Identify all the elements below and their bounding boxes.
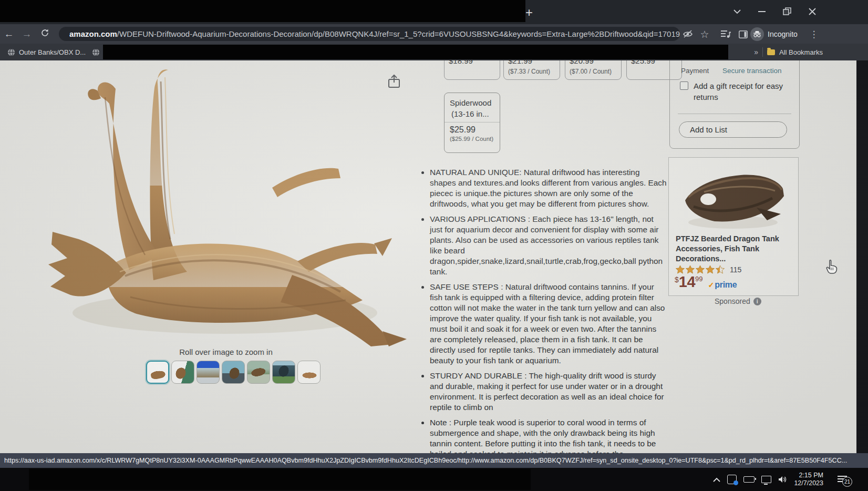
variant-option-1[interactable]: $18.99 — [444, 60, 500, 80]
gift-receipt-checkbox[interactable] — [680, 81, 688, 90]
variant-unit-price: ($7.33 / Count) — [508, 67, 555, 76]
variant-option-selected[interactable]: Spiderwood (13-16 in... $25.99 ($25.99 /… — [444, 93, 500, 153]
bullet-item: NATURAL AND UNIQUE: Natural driftwood ha… — [430, 167, 667, 209]
teams-icon[interactable] — [727, 475, 737, 484]
redacted-tab-area — [0, 0, 525, 22]
variant-option-2[interactable]: $21.99 ($7.33 / Count) — [503, 60, 560, 80]
status-bar: https://aax-us-iad.amazon.com/x/c/RLWRW7… — [0, 453, 868, 468]
reload-button[interactable] — [36, 28, 54, 40]
gallery-thumbnail-2[interactable] — [171, 361, 194, 384]
variant-price: $25.99 — [445, 122, 500, 135]
secure-transaction-link[interactable]: Secure transaction — [722, 67, 782, 75]
taskbar-clock[interactable]: 2:15 PM 12/7/2023 — [794, 472, 823, 487]
sponsored-label: Sponsored — [715, 297, 750, 305]
globe-icon — [7, 48, 15, 56]
gallery-thumbnail-6[interactable] — [272, 361, 295, 384]
bookmark-item[interactable]: Outer Banks/OBX D... — [7, 48, 86, 56]
bullet-item: Note : Purple teak wood is superior to c… — [430, 417, 667, 453]
time: 2:15 PM — [794, 472, 823, 479]
gallery-thumbnail-1[interactable] — [146, 361, 169, 384]
review-count[interactable]: 115 — [730, 265, 741, 274]
gallery-thumbnail-3[interactable] — [197, 361, 220, 384]
tray-chevron-up-icon[interactable] — [713, 477, 720, 482]
zoom-hint-text: Roll over image to zoom in — [95, 347, 357, 356]
media-controls-icon[interactable] — [719, 27, 732, 41]
prime-badge: ✓prime — [708, 280, 737, 290]
bookmark-star-icon[interactable]: ☆ — [698, 27, 711, 41]
variant-title: Spiderwood (13-16 in... — [445, 93, 500, 119]
globe-icon — [92, 48, 100, 56]
bullet-item: VARIOUS APPLICATIONS : Each piece has 13… — [430, 214, 667, 277]
variant-unit-price: ($25.99 / Count) — [445, 135, 500, 142]
close-window-button[interactable] — [804, 5, 820, 18]
redacted-taskbar-area — [29, 469, 531, 490]
notification-icon[interactable]: 21 — [838, 476, 847, 483]
incognito-icon — [750, 27, 764, 41]
restore-button[interactable] — [779, 5, 795, 18]
variant-price: $20.99 — [570, 60, 617, 66]
side-panel-icon[interactable] — [736, 27, 750, 41]
url-text: amazon.com/WDEFUN-Driftwood-Aquarium-Dec… — [69, 29, 680, 38]
sponsored-price: $1499 ✓prime — [675, 274, 737, 290]
bookmarks-overflow-button[interactable]: » — [754, 48, 758, 56]
sponsored-label-row: Sponsored i — [715, 297, 761, 305]
sponsored-rating[interactable]: 115 — [676, 265, 741, 274]
page-content: Roll over image to zoom in $18.99 $21.99… — [0, 60, 856, 453]
product-image-driftwood[interactable] — [46, 66, 411, 350]
feature-bullets: NATURAL AND UNIQUE: Natural driftwood ha… — [420, 167, 667, 453]
window-chevron-button[interactable] — [729, 5, 745, 18]
status-url: https://aax-us-iad.amazon.com/x/c/RLWRW7… — [4, 457, 847, 464]
divider — [678, 114, 791, 114]
payment-label: Payment — [681, 67, 709, 75]
minimize-button[interactable] — [754, 5, 770, 18]
thumbnail-strip — [146, 361, 321, 384]
bookmark-item[interactable] — [92, 48, 100, 56]
system-tray: 2:15 PM 12/7/2023 21 — [713, 468, 852, 491]
eye-off-icon[interactable] — [681, 27, 695, 41]
taskbar: 2:15 PM 12/7/2023 21 — [0, 468, 868, 491]
incognito-label: Incognito — [768, 30, 798, 38]
forward-button[interactable]: → — [18, 28, 36, 40]
divider — [762, 47, 763, 57]
variant-unit-price: ($7.00 / Count) — [570, 67, 617, 76]
screen: + ← → amazon.com/WDEFUN-Driftwood-Aquari… — [0, 0, 868, 491]
star-rating-icon — [676, 265, 725, 274]
variant-price: $21.99 — [508, 60, 555, 66]
mouse-cursor-hand — [825, 259, 839, 275]
gift-receipt-label: Add a gift receipt for easy returns — [694, 80, 790, 103]
folder-icon — [767, 49, 775, 55]
date: 12/7/2023 — [794, 479, 823, 487]
add-to-list-button[interactable]: Add to List — [679, 121, 787, 138]
new-tab-button[interactable]: + — [522, 6, 536, 20]
notification-badge: 21 — [842, 477, 852, 487]
share-button[interactable] — [387, 74, 402, 89]
info-icon[interactable]: i — [753, 298, 761, 305]
all-bookmarks-button[interactable]: All Bookmarks — [779, 48, 823, 56]
gallery-thumbnail-5[interactable] — [247, 361, 270, 384]
bookmarks-bar: Outer Banks/OBX D... » All Bookmarks — [0, 44, 868, 60]
sponsored-product-image[interactable] — [678, 166, 789, 231]
tab-strip: + — [0, 0, 868, 24]
gift-receipt-row[interactable]: Add a gift receipt for easy returns — [680, 80, 790, 103]
variant-price: $18.99 — [449, 60, 495, 66]
gallery-thumbnail-4[interactable] — [222, 361, 245, 384]
variant-option-3[interactable]: $20.99 ($7.00 / Count) — [565, 60, 622, 80]
bullet-item: STURDY AND DURABLE : The high-quality dr… — [430, 371, 667, 413]
display-icon[interactable] — [761, 476, 771, 483]
payment-row: Payment Secure transaction — [681, 67, 782, 75]
bookmark-label: Outer Banks/OBX D... — [19, 48, 86, 56]
back-button[interactable]: ← — [0, 28, 18, 40]
address-bar[interactable]: amazon.com/WDEFUN-Driftwood-Aquarium-Dec… — [59, 27, 680, 41]
redacted-bookmarks — [103, 45, 728, 59]
menu-kebab-icon[interactable]: ⋮ — [807, 27, 821, 41]
sponsored-product-title[interactable]: PTFJZ Bearded Dragon Tank Accessories, F… — [676, 234, 795, 264]
volume-icon[interactable] — [778, 476, 787, 483]
bullet-item: SAFE USE STEPS : Natural driftwood conta… — [430, 282, 667, 366]
gallery-thumbnail-7[interactable] — [297, 361, 321, 384]
incognito-indicator[interactable]: Incognito — [750, 26, 798, 42]
battery-icon[interactable] — [743, 476, 755, 483]
